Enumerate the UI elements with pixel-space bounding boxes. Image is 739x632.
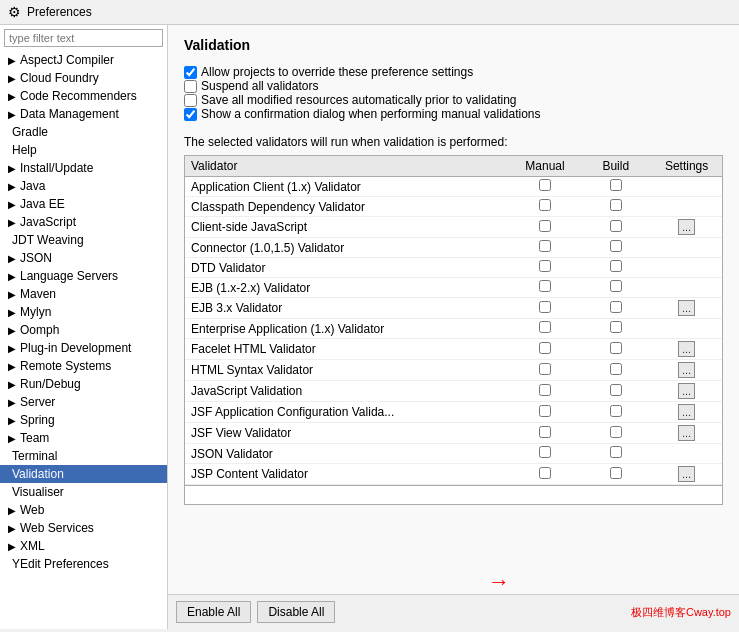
sidebar-item-label: Cloud Foundry bbox=[20, 71, 99, 85]
manual-checkbox[interactable] bbox=[539, 467, 551, 479]
sidebar-item-code-recommenders[interactable]: ▶Code Recommenders bbox=[0, 87, 167, 105]
validator-build-cell bbox=[580, 444, 651, 464]
sidebar-item-server[interactable]: ▶Server bbox=[0, 393, 167, 411]
manual-checkbox[interactable] bbox=[539, 280, 551, 292]
build-checkbox[interactable] bbox=[610, 301, 622, 313]
sidebar-item-oomph[interactable]: ▶Oomph bbox=[0, 321, 167, 339]
checkbox-label-3: Show a confirmation dialog when performi… bbox=[201, 107, 541, 121]
sidebar-item-data-management[interactable]: ▶Data Management bbox=[0, 105, 167, 123]
sidebar-item-mylyn[interactable]: ▶Mylyn bbox=[0, 303, 167, 321]
sidebar-item-help[interactable]: Help bbox=[0, 141, 167, 159]
sidebar-item-cloud-foundry[interactable]: ▶Cloud Foundry bbox=[0, 69, 167, 87]
checkbox-0[interactable] bbox=[184, 66, 197, 79]
manual-checkbox[interactable] bbox=[539, 321, 551, 333]
build-checkbox[interactable] bbox=[610, 179, 622, 191]
expand-arrow-icon: ▶ bbox=[8, 181, 16, 192]
build-checkbox[interactable] bbox=[610, 363, 622, 375]
sidebar-item-web[interactable]: ▶Web bbox=[0, 501, 167, 519]
settings-button[interactable]: ... bbox=[678, 383, 695, 399]
manual-checkbox[interactable] bbox=[539, 426, 551, 438]
manual-checkbox[interactable] bbox=[539, 342, 551, 354]
sidebar-item-jdt-weaving[interactable]: JDT Weaving bbox=[0, 231, 167, 249]
bottom-buttons: Enable All Disable All bbox=[176, 601, 335, 623]
sidebar-item-installupdate[interactable]: ▶Install/Update bbox=[0, 159, 167, 177]
validator-manual-cell bbox=[510, 217, 581, 238]
checkbox-3[interactable] bbox=[184, 108, 197, 121]
sidebar-item-yedit-preferences[interactable]: YEdit Preferences bbox=[0, 555, 167, 573]
sidebar-item-gradle[interactable]: Gradle bbox=[0, 123, 167, 141]
validator-settings-cell bbox=[651, 197, 722, 217]
settings-button[interactable]: ... bbox=[678, 341, 695, 357]
validator-manual-cell bbox=[510, 197, 581, 217]
sidebar-item-language-servers[interactable]: ▶Language Servers bbox=[0, 267, 167, 285]
manual-checkbox[interactable] bbox=[539, 301, 551, 313]
table-row: DTD Validator bbox=[185, 258, 722, 278]
build-checkbox[interactable] bbox=[610, 384, 622, 396]
enable-all-button[interactable]: Enable All bbox=[176, 601, 251, 623]
build-checkbox[interactable] bbox=[610, 467, 622, 479]
sidebar-item-web-services[interactable]: ▶Web Services bbox=[0, 519, 167, 537]
filter-input[interactable] bbox=[4, 29, 163, 47]
settings-button[interactable]: ... bbox=[678, 425, 695, 441]
sidebar-item-json[interactable]: ▶JSON bbox=[0, 249, 167, 267]
build-checkbox[interactable] bbox=[610, 260, 622, 272]
scroll-input[interactable] bbox=[189, 488, 718, 502]
manual-checkbox[interactable] bbox=[539, 363, 551, 375]
sidebar-item-javascript[interactable]: ▶JavaScript bbox=[0, 213, 167, 231]
checkbox-1[interactable] bbox=[184, 80, 197, 93]
build-checkbox[interactable] bbox=[610, 321, 622, 333]
build-checkbox[interactable] bbox=[610, 280, 622, 292]
bottom-bar: Enable All Disable All 极四维博客Cway.top → bbox=[168, 594, 739, 629]
build-checkbox[interactable] bbox=[610, 342, 622, 354]
build-checkbox[interactable] bbox=[610, 199, 622, 211]
build-checkbox[interactable] bbox=[610, 405, 622, 417]
validator-settings-cell: ... bbox=[651, 339, 722, 360]
manual-checkbox[interactable] bbox=[539, 199, 551, 211]
app-icon: ⚙ bbox=[8, 4, 21, 20]
settings-button[interactable]: ... bbox=[678, 219, 695, 235]
manual-checkbox[interactable] bbox=[539, 179, 551, 191]
expand-arrow-icon: ▶ bbox=[8, 109, 16, 120]
sidebar-item-team[interactable]: ▶Team bbox=[0, 429, 167, 447]
checkbox-2[interactable] bbox=[184, 94, 197, 107]
settings-button[interactable]: ... bbox=[678, 466, 695, 482]
manual-checkbox[interactable] bbox=[539, 405, 551, 417]
validator-name: DTD Validator bbox=[185, 258, 510, 278]
sidebar-item-validation[interactable]: Validation bbox=[0, 465, 167, 483]
validator-name: EJB (1.x-2.x) Validator bbox=[185, 278, 510, 298]
manual-checkbox[interactable] bbox=[539, 220, 551, 232]
settings-button[interactable]: ... bbox=[678, 300, 695, 316]
build-checkbox[interactable] bbox=[610, 446, 622, 458]
build-checkbox[interactable] bbox=[610, 220, 622, 232]
sidebar-item-aspectj-compiler[interactable]: ▶AspectJ Compiler bbox=[0, 51, 167, 69]
sidebar-item-visualiser[interactable]: Visualiser bbox=[0, 483, 167, 501]
col-header-validator: Validator bbox=[185, 156, 510, 177]
validator-manual-cell bbox=[510, 258, 581, 278]
sidebar-item-plug-in-development[interactable]: ▶Plug-in Development bbox=[0, 339, 167, 357]
manual-checkbox[interactable] bbox=[539, 384, 551, 396]
sidebar-item-rundebug[interactable]: ▶Run/Debug bbox=[0, 375, 167, 393]
manual-checkbox[interactable] bbox=[539, 446, 551, 458]
validator-build-cell bbox=[580, 402, 651, 423]
sidebar-item-java-ee[interactable]: ▶Java EE bbox=[0, 195, 167, 213]
sidebar-item-spring[interactable]: ▶Spring bbox=[0, 411, 167, 429]
settings-button[interactable]: ... bbox=[678, 362, 695, 378]
build-checkbox[interactable] bbox=[610, 426, 622, 438]
manual-checkbox[interactable] bbox=[539, 240, 551, 252]
sidebar-item-remote-systems[interactable]: ▶Remote Systems bbox=[0, 357, 167, 375]
disable-all-button[interactable]: Disable All bbox=[257, 601, 335, 623]
validator-build-cell bbox=[580, 423, 651, 444]
sidebar-item-label: Install/Update bbox=[20, 161, 93, 175]
validator-settings-cell bbox=[651, 319, 722, 339]
settings-button[interactable]: ... bbox=[678, 404, 695, 420]
sidebar-item-maven[interactable]: ▶Maven bbox=[0, 285, 167, 303]
sidebar-item-java[interactable]: ▶Java bbox=[0, 177, 167, 195]
sidebar-item-terminal[interactable]: Terminal bbox=[0, 447, 167, 465]
validator-name: Enterprise Application (1.x) Validator bbox=[185, 319, 510, 339]
manual-checkbox[interactable] bbox=[539, 260, 551, 272]
validator-manual-cell bbox=[510, 402, 581, 423]
sidebar-item-xml[interactable]: ▶XML bbox=[0, 537, 167, 555]
validator-settings-cell: ... bbox=[651, 464, 722, 485]
app-title: Preferences bbox=[27, 5, 92, 19]
build-checkbox[interactable] bbox=[610, 240, 622, 252]
